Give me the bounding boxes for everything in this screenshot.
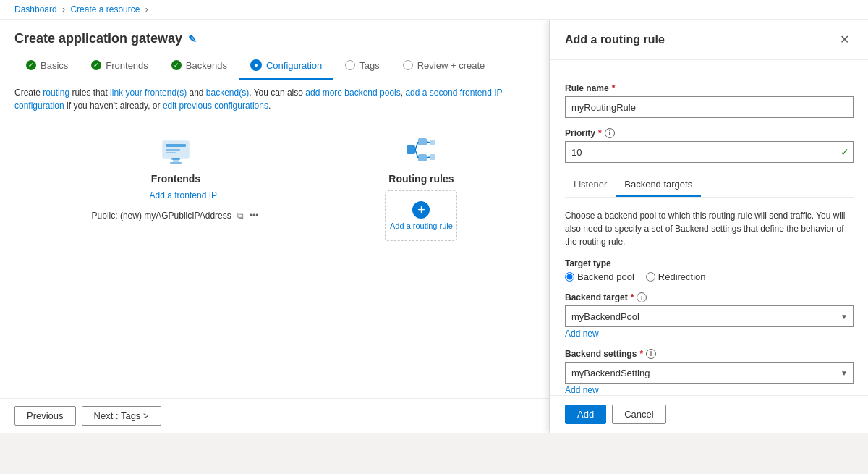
side-panel-body: Rule name * Priority * i ✓ — [550, 60, 868, 395]
breadcrumb: Dashboard › Create a resource › — [0, 0, 868, 20]
svg-line-14 — [427, 142, 430, 143]
svg-line-15 — [427, 157, 430, 158]
next-tags-button[interactable]: Next : Tags > — [82, 406, 161, 426]
tags-circle-icon — [345, 60, 355, 70]
close-panel-button[interactable]: ✕ — [835, 31, 854, 48]
frontends-check-icon: ✓ — [91, 60, 101, 70]
previous-button[interactable]: Previous — [14, 406, 76, 426]
configuration-active-icon: ● — [250, 59, 262, 71]
frontends-icon — [158, 132, 193, 167]
left-panel: Create application gateway ✎ ✓ Basics ✓ … — [0, 20, 550, 433]
breadcrumb-dashboard[interactable]: Dashboard — [14, 4, 57, 14]
target-type-radio-group: Backend pool Redirection — [565, 271, 854, 282]
routing-rules-label: Routing rules — [388, 173, 454, 185]
rule-name-input[interactable] — [565, 96, 854, 118]
backend-pool-radio[interactable] — [565, 272, 574, 282]
backend-settings-group: Backend settings * i myBackendSetting ▼ … — [565, 349, 854, 395]
frontends-node: Frontends + + Add a frontend IP Public: … — [92, 132, 260, 222]
plus-icon: + — [412, 201, 430, 219]
inner-tabs: Listener Backend targets — [565, 173, 854, 198]
canvas-area: Frontends + + Add a frontend IP Public: … — [0, 118, 549, 398]
cancel-button[interactable]: Cancel — [612, 405, 665, 424]
backend-target-info-icon: i — [637, 292, 647, 302]
priority-group: Priority * i ✓ — [565, 128, 854, 163]
main-container: Create application gateway ✎ ✓ Basics ✓ … — [0, 20, 868, 433]
side-panel-title: Add a routing rule — [565, 33, 665, 46]
target-type-label: Target type — [565, 258, 854, 268]
backends-check-icon: ✓ — [171, 60, 182, 70]
backend-target-select-wrapper: myBackendPool ▼ — [565, 305, 854, 327]
backend-settings-info-icon: i — [646, 349, 656, 359]
frontend-more-icon[interactable]: ••• — [248, 209, 260, 222]
frontends-label: Frontends — [151, 173, 200, 185]
priority-input-wrapper: ✓ — [565, 141, 854, 163]
wizard-tabs: ✓ Basics ✓ Frontends ✓ Backends ● Config… — [0, 52, 549, 80]
choose-backend-desc: Choose a backend pool to which this rout… — [565, 209, 854, 248]
breadcrumb-create-resource[interactable]: Create a resource — [70, 4, 140, 14]
target-type-group: Target type Backend pool Redirection — [565, 258, 854, 282]
tab-frontends[interactable]: ✓ Frontends — [80, 52, 160, 80]
svg-rect-1 — [166, 144, 186, 147]
priority-check-icon: ✓ — [841, 146, 849, 158]
routing-svg-icon — [404, 132, 438, 167]
svg-rect-11 — [430, 154, 435, 160]
tab-backend-targets[interactable]: Backend targets — [616, 173, 701, 197]
tab-tags[interactable]: Tags — [333, 52, 391, 80]
svg-rect-9 — [418, 154, 427, 161]
tab-backends[interactable]: ✓ Backends — [160, 52, 239, 80]
priority-label: Priority * i — [565, 128, 854, 138]
right-panel: Add a routing rule ✕ Rule name * Priorit… — [550, 20, 868, 433]
svg-rect-6 — [170, 162, 182, 164]
backend-settings-label: Backend settings * i — [565, 349, 854, 359]
add-new-backend-link[interactable]: Add new — [565, 329, 854, 339]
review-circle-icon — [403, 60, 413, 70]
backend-settings-select[interactable]: myBackendSetting — [565, 362, 854, 384]
backend-target-group: Backend target * i myBackendPool ▼ Add n… — [565, 292, 854, 339]
frontend-item: Public: (new) myAGPublicIPAddress ⧉ ••• — [92, 209, 260, 222]
side-panel-footer: Add Cancel — [550, 395, 868, 433]
svg-rect-8 — [418, 138, 427, 145]
basics-check-icon: ✓ — [26, 60, 36, 70]
tab-configuration[interactable]: ● Configuration — [239, 52, 333, 80]
page-title: Create application gateway — [14, 31, 182, 46]
backend-pool-radio-label[interactable]: Backend pool — [565, 271, 634, 282]
svg-rect-5 — [173, 158, 179, 162]
add-routing-rule-box[interactable]: + Add a routing rule — [385, 190, 457, 241]
frontends-svg-icon — [158, 132, 193, 167]
svg-line-12 — [415, 142, 418, 150]
page-header: Create application gateway ✎ — [0, 20, 549, 52]
add-frontend-ip-link[interactable]: + + Add a frontend IP — [135, 190, 217, 200]
edit-title-icon[interactable]: ✎ — [188, 33, 197, 45]
tab-review[interactable]: Review + create — [391, 52, 497, 80]
redirection-radio[interactable] — [646, 272, 655, 282]
info-text: Create routing rules that link your fron… — [0, 80, 549, 118]
priority-input[interactable] — [565, 141, 854, 163]
routing-rules-icon — [404, 132, 438, 167]
backend-settings-select-wrapper: myBackendSetting ▼ — [565, 362, 854, 384]
priority-info-icon: i — [605, 128, 615, 138]
add-new-settings-link[interactable]: Add new — [565, 385, 854, 395]
svg-line-13 — [415, 150, 418, 158]
link-add-pools[interactable]: add more backend pools — [305, 88, 400, 98]
svg-rect-2 — [166, 149, 180, 151]
routing-link[interactable]: routing — [43, 88, 69, 98]
footer: Previous Next : Tags > — [0, 398, 549, 433]
link-edit-prev[interactable]: edit previous configurations — [163, 101, 268, 111]
tab-listener[interactable]: Listener — [565, 173, 616, 197]
page-title-row: Create application gateway ✎ — [14, 31, 535, 46]
backend-target-label: Backend target * i — [565, 292, 854, 302]
side-panel-header: Add a routing rule ✕ — [550, 20, 868, 60]
frontend-item-actions: ⧉ ••• — [236, 209, 260, 222]
frontend-copy-icon[interactable]: ⧉ — [236, 209, 245, 222]
backend-target-select[interactable]: myBackendPool — [565, 305, 854, 327]
svg-rect-3 — [166, 152, 176, 153]
rule-name-group: Rule name * — [565, 83, 854, 118]
svg-rect-10 — [430, 140, 435, 145]
routing-rules-node: Routing rules + Add a routing rule — [385, 132, 457, 241]
rule-name-label: Rule name * — [565, 83, 854, 93]
redirection-radio-label[interactable]: Redirection — [646, 271, 706, 282]
link-frontend[interactable]: link your frontend(s) — [110, 88, 187, 98]
tab-basics[interactable]: ✓ Basics — [14, 52, 80, 80]
link-backend[interactable]: backend(s) — [206, 88, 249, 98]
add-button[interactable]: Add — [565, 405, 606, 424]
